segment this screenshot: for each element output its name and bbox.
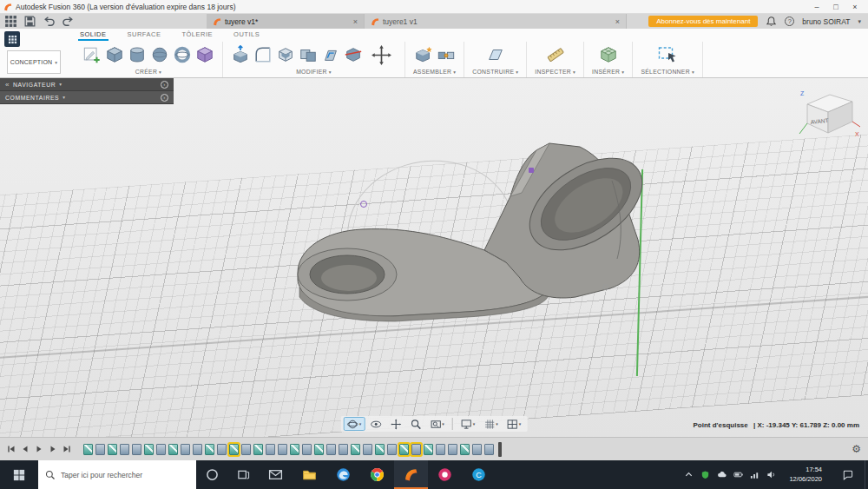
- pan-button[interactable]: [386, 417, 404, 431]
- select-window-tool-button[interactable]: [656, 44, 679, 65]
- timeline-sketch-item[interactable]: [290, 444, 299, 455]
- close-button[interactable]: ×: [845, 0, 865, 13]
- timeline-sketch-item[interactable]: [351, 444, 360, 455]
- timeline-sketch-item[interactable]: [144, 444, 154, 455]
- timeline-feature-item[interactable]: [278, 444, 287, 455]
- start-button[interactable]: [0, 460, 38, 489]
- user-account-button[interactable]: bruno SOIRAT: [802, 17, 850, 26]
- offset-tool-button[interactable]: [321, 45, 340, 64]
- step-forward-button[interactable]: [49, 445, 57, 453]
- timeline-feature-item[interactable]: [156, 444, 166, 455]
- split-tool-button[interactable]: [344, 45, 363, 64]
- timeline-sketch-item[interactable]: [205, 444, 214, 455]
- data-panel-button[interactable]: [4, 31, 20, 47]
- workspace-selector[interactable]: CONCEPTION ▾: [7, 50, 61, 74]
- timeline-sketch-item[interactable]: [168, 444, 178, 455]
- ribbon-tab[interactable]: OUTILS: [232, 30, 261, 41]
- orbit-button[interactable]: ▾: [344, 417, 365, 431]
- ribbon-group-label[interactable]: INSPECTER▾: [535, 69, 575, 75]
- action-center-button[interactable]: [835, 469, 859, 480]
- 3d-viewport[interactable]: Z AVANT X ▾▾▾▾▾ Point d'esquisse | X: -1…: [0, 78, 868, 437]
- timeline-sketch-item[interactable]: [314, 444, 324, 455]
- form-tool-button[interactable]: [195, 45, 214, 64]
- move-tool-button[interactable]: [371, 44, 392, 66]
- notifications-bell-icon[interactable]: [766, 16, 777, 27]
- ribbon-group-label[interactable]: CRÉER▾: [135, 69, 161, 75]
- look-at-button[interactable]: [366, 417, 385, 431]
- timeline-feature-item[interactable]: [484, 444, 494, 455]
- shell-tool-button[interactable]: [276, 45, 295, 64]
- document-tab[interactable]: tuyere1 v1×: [365, 14, 627, 29]
- press-pull-tool-button[interactable]: [231, 45, 250, 64]
- timeline-sketch-item[interactable]: [399, 444, 409, 455]
- fusion-360-taskbar-button[interactable]: [394, 460, 428, 489]
- timeline-feature-item[interactable]: [95, 444, 105, 455]
- search-input[interactable]: [61, 471, 189, 479]
- play-button[interactable]: [35, 445, 43, 453]
- comments-panel-header[interactable]: COMMENTAIRES ▾ ›: [0, 91, 174, 104]
- redo-button[interactable]: [62, 15, 75, 28]
- cylinder-tool-button[interactable]: [128, 45, 147, 64]
- ribbon-tab[interactable]: SOLIDE: [78, 30, 108, 41]
- timeline-sketch-item[interactable]: [253, 444, 263, 455]
- minimize-button[interactable]: –: [807, 0, 826, 13]
- timeline-sketch-item[interactable]: [460, 444, 470, 455]
- timeline-sketch-item[interactable]: [83, 444, 93, 455]
- undo-button[interactable]: [43, 15, 56, 28]
- joint-tool-button[interactable]: [437, 45, 456, 64]
- ribbon-group-label[interactable]: SÉLECTIONNER▾: [641, 69, 694, 75]
- volume-tray-icon[interactable]: [766, 470, 776, 479]
- timeline-feature-item[interactable]: [193, 444, 202, 455]
- cad-model-tuyere[interactable]: [289, 135, 649, 327]
- sketch-point[interactable]: [360, 201, 367, 208]
- new-component-tool-button[interactable]: [414, 45, 433, 64]
- taskbar-clock[interactable]: 17:54 12/06/2020: [783, 466, 828, 483]
- timeline-settings-icon[interactable]: ⚙: [852, 443, 861, 455]
- combine-tool-button[interactable]: [299, 45, 318, 64]
- timeline-feature-item[interactable]: [339, 444, 348, 455]
- ribbon-tab[interactable]: TÔLERIE: [180, 30, 214, 41]
- close-tab-icon[interactable]: ×: [615, 17, 620, 26]
- plane-tool-button[interactable]: [486, 45, 505, 64]
- sketch-tool-button[interactable]: [82, 45, 102, 64]
- network-tray-icon[interactable]: [750, 470, 760, 479]
- document-tab[interactable]: tuyere v1*×: [207, 14, 365, 29]
- sketch-point[interactable]: [602, 284, 608, 290]
- chrome-taskbar-button[interactable]: [360, 460, 394, 489]
- maximize-button[interactable]: □: [826, 0, 845, 13]
- timeline-sketch-item[interactable]: [108, 444, 117, 455]
- panel-expand-icon[interactable]: ›: [161, 81, 168, 89]
- capture-taskbar-button[interactable]: C: [462, 460, 496, 489]
- navigator-panel-header[interactable]: « NAVIGATEUR ▾ ›: [0, 78, 174, 91]
- timeline-position-marker[interactable]: [498, 442, 502, 457]
- timeline-sketch-item[interactable]: [375, 444, 385, 455]
- sketch-point[interactable]: [529, 168, 534, 173]
- measure-tool-button[interactable]: [546, 45, 565, 64]
- skip-to-start-button[interactable]: [7, 445, 16, 453]
- cloud-tray-icon[interactable]: [717, 470, 727, 479]
- edge-taskbar-button[interactable]: [326, 460, 360, 489]
- sphere-tool-button[interactable]: [150, 45, 169, 64]
- timeline-feature-item[interactable]: [363, 444, 372, 455]
- timeline-feature-item[interactable]: [181, 444, 190, 455]
- mail-taskbar-button[interactable]: [259, 460, 293, 489]
- timeline-sketch-item[interactable]: [229, 444, 239, 455]
- zoom-button[interactable]: [406, 417, 424, 431]
- timeline-sketch-item[interactable]: [424, 444, 433, 455]
- timeline-feature-item[interactable]: [302, 444, 312, 455]
- taskbar-search[interactable]: [38, 460, 196, 489]
- close-tab-icon[interactable]: ×: [353, 17, 358, 26]
- timeline-feature-item[interactable]: [411, 444, 421, 455]
- fillet-tool-button[interactable]: [253, 45, 273, 64]
- app-grid-button[interactable]: [4, 15, 17, 28]
- ribbon-group-label[interactable]: MODIFIER▾: [296, 69, 332, 75]
- timeline-feature-item[interactable]: [132, 444, 141, 455]
- grid-settings-button[interactable]: ▾: [480, 417, 502, 431]
- task-view-button[interactable]: [227, 460, 259, 489]
- shield-tray-icon[interactable]: [700, 470, 710, 479]
- battery-tray-icon[interactable]: [733, 470, 743, 479]
- step-back-button[interactable]: [21, 445, 30, 453]
- chevron-up-tray-icon[interactable]: [684, 470, 694, 479]
- panel-expand-icon[interactable]: ›: [161, 94, 168, 102]
- insert-mesh-tool-button[interactable]: [599, 45, 618, 64]
